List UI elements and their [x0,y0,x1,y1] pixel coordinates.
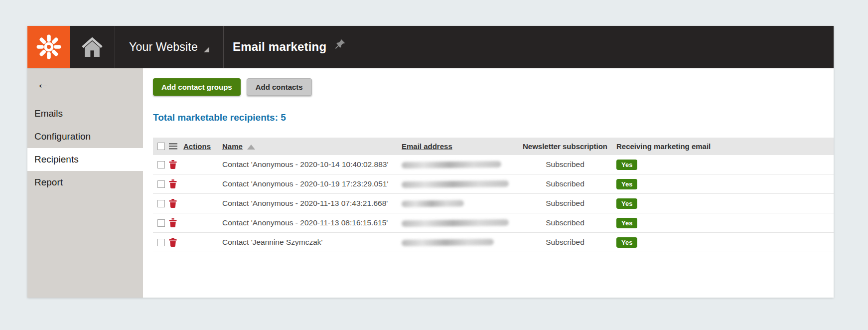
contact-name: Contact 'Anonymous - 2020-11-13 08:16:15… [222,218,388,227]
add-contact-groups-button[interactable]: Add contact groups [153,78,241,96]
sidebar-item-report[interactable]: Report [27,171,143,194]
table-row: Contact 'Jeannine Szymczak' Subscribed Y… [153,233,834,252]
sidebar: ← Emails Configuration Recipients Report [27,68,143,298]
delete-icon[interactable] [169,160,177,169]
redacted-email [402,219,509,226]
sidebar-item-label: Report [34,177,63,188]
menu-icon[interactable] [169,143,177,150]
kentico-logo-button[interactable] [27,26,70,68]
delete-icon[interactable] [169,218,177,227]
application-title: Email marketing [233,40,326,54]
sidebar-item-recipients[interactable]: Recipients [27,148,143,171]
home-button[interactable] [70,26,115,68]
table-row: Contact 'Anonymous - 2020-11-13 07:43:21… [153,194,834,213]
receiving-badge: Yes [616,160,637,170]
app-window: Your Website Email marketing ← Emails Co… [27,26,834,298]
column-header-actions[interactable]: Actions [183,142,211,151]
select-all-checkbox[interactable] [157,143,165,150]
home-icon [80,36,104,58]
top-bar: Your Website Email marketing [27,26,834,68]
table-row: Contact 'Anonymous - 2020-10-14 10:40:02… [153,155,834,174]
row-checkbox[interactable] [157,219,165,227]
recipients-table: Actions Name Email address Newsletter su… [153,138,834,252]
newsletter-status: Subscribed [546,199,584,208]
row-checkbox[interactable] [157,161,165,168]
redacted-email [402,200,464,207]
receiving-badge: Yes [616,198,637,209]
site-selector-caret-icon [204,47,209,52]
sidebar-item-label: Recipients [34,154,79,165]
contact-name: Contact 'Jeannine Szymczak' [222,238,323,247]
sidebar-item-label: Configuration [34,131,91,142]
delete-icon[interactable] [169,199,177,208]
sidebar-item-label: Emails [34,108,63,119]
pin-icon[interactable] [333,38,346,53]
receiving-badge: Yes [616,237,637,248]
table-row: Contact 'Anonymous - 2020-10-19 17:23:29… [153,174,834,194]
table-header-row: Actions Name Email address Newsletter su… [153,138,834,155]
newsletter-status: Subscribed [546,160,584,169]
row-checkbox[interactable] [157,180,165,188]
column-header-newsletter: Newsletter subscription [523,142,607,151]
row-checkbox[interactable] [157,200,165,207]
kentico-flower-icon [35,33,62,60]
back-arrow-icon[interactable]: ← [27,76,50,91]
sidebar-item-configuration[interactable]: Configuration [27,125,143,148]
site-selector-label: Your Website [129,40,198,54]
application-title-block: Email marketing [224,26,355,68]
newsletter-status: Subscribed [546,238,584,247]
redacted-email [402,180,509,187]
total-recipients-summary: Total marketable recipients: 5 [153,112,834,123]
site-selector[interactable]: Your Website [115,26,223,68]
column-header-email[interactable]: Email address [402,142,452,151]
sort-ascending-icon [247,145,255,150]
contact-name: Contact 'Anonymous - 2020-11-13 07:43:21… [222,199,388,208]
newsletter-status: Subscribed [546,218,584,227]
delete-icon[interactable] [169,238,177,247]
redacted-email [402,239,494,246]
receiving-badge: Yes [616,179,637,189]
sidebar-item-emails[interactable]: Emails [27,102,143,125]
sidebar-menu: Emails Configuration Recipients Report [27,102,143,194]
delete-icon[interactable] [169,179,177,188]
table-body: Contact 'Anonymous - 2020-10-14 10:40:02… [153,155,834,252]
contact-name: Contact 'Anonymous - 2020-10-14 10:40:02… [222,160,388,169]
main-content: Add contact groups Add contacts Total ma… [143,68,834,298]
contact-name: Contact 'Anonymous - 2020-10-19 17:23:29… [222,179,388,188]
redacted-email [402,161,501,168]
row-checkbox[interactable] [157,239,165,246]
receiving-badge: Yes [616,218,637,228]
add-contacts-button[interactable]: Add contacts [247,78,312,96]
newsletter-status: Subscribed [546,179,584,188]
column-header-receiving: Receiving marketing email [616,142,711,151]
column-header-name[interactable]: Name [222,142,243,151]
table-row: Contact 'Anonymous - 2020-11-13 08:16:15… [153,213,834,233]
